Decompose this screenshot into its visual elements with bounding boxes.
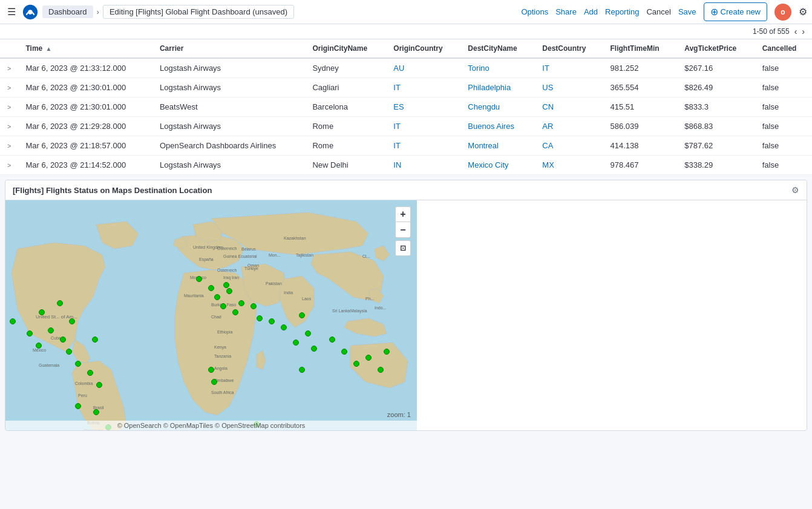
col-flight-time[interactable]: FlightTimeMin	[603, 39, 677, 58]
cancel-button[interactable]: Cancel	[646, 7, 670, 16]
map-label-sa: South Africa	[211, 390, 234, 395]
topbar-left: ☰ Dashboard › Editing [Flights] Global F…	[5, 4, 294, 21]
cell-dest-country: AR	[535, 117, 603, 136]
map-dot	[48, 327, 54, 333]
cell-origin-city: Cagliari	[305, 78, 386, 97]
world-map-svg: United St... of Am... México Cuba Guatem…	[5, 200, 417, 430]
col-avg-price[interactable]: AvgTicketPrice	[677, 39, 755, 58]
map-dot	[281, 324, 287, 330]
col-carrier[interactable]: Carrier	[152, 39, 305, 58]
cell-origin-city: Rome	[305, 136, 386, 156]
map-dot	[232, 309, 238, 315]
col-dest-city[interactable]: DestCityName	[460, 39, 535, 58]
map-dot	[384, 349, 390, 355]
map-dot	[196, 276, 202, 282]
map-label-colombia: Colombia	[75, 381, 93, 386]
cell-cancelled: false	[755, 78, 812, 97]
expand-button[interactable]: >	[7, 65, 11, 72]
map-dot	[96, 382, 102, 388]
reporting-button[interactable]: Reporting	[605, 7, 639, 16]
map-zoom-in-button[interactable]: +	[395, 206, 411, 222]
map-label-mexico: México	[33, 348, 46, 352]
map-label-kenya: Kenya	[214, 345, 226, 350]
map-dot	[299, 367, 305, 373]
cell-carrier: Logstash Airways	[152, 117, 305, 136]
map-label-pakistan: Pakistan	[266, 281, 282, 286]
map-dot	[66, 349, 72, 355]
table-row: > Mar 6, 2023 @ 21:18:57.000 OpenSearch …	[0, 136, 812, 156]
map-label-oman: Oman	[247, 263, 259, 268]
table-body: > Mar 6, 2023 @ 21:33:12.000 Logstash Ai…	[0, 58, 812, 175]
col-origin-country[interactable]: OriginCountry	[386, 39, 460, 58]
cell-time: Mar 6, 2023 @ 21:33:12.000	[18, 58, 152, 78]
options-button[interactable]: Options	[521, 7, 548, 16]
map-label-eu-labels: Österreich	[217, 246, 237, 251]
create-new-button[interactable]: ⊕ Create new	[704, 2, 767, 21]
col-origin-city[interactable]: OriginCityName	[305, 39, 386, 58]
cell-flight-time: 415.51	[603, 97, 677, 117]
share-button[interactable]: Share	[555, 7, 577, 16]
cell-time: Mar 6, 2023 @ 21:30:01.000	[18, 97, 152, 117]
create-new-label: Create new	[721, 7, 761, 16]
map-zoom-label: zoom: 1	[387, 411, 411, 418]
cell-origin-country: IT	[386, 136, 460, 156]
add-button[interactable]: Add	[584, 7, 598, 16]
pagination-prev-button[interactable]: ‹	[794, 27, 797, 36]
breadcrumb-dashboard[interactable]: Dashboard	[42, 5, 93, 18]
map-dot	[329, 337, 335, 343]
map-dot	[39, 309, 45, 315]
expand-button[interactable]: >	[7, 142, 11, 149]
hamburger-icon: ☰	[7, 7, 16, 17]
col-time[interactable]: Time ▲	[18, 39, 152, 58]
map-dot	[93, 409, 99, 415]
cell-origin-city: New Delhi	[305, 156, 386, 175]
map-dot	[214, 294, 220, 300]
pagination-next-button[interactable]: ›	[802, 27, 805, 36]
map-dot	[27, 330, 33, 337]
map-label-tajikistan: Tajikistan	[296, 253, 313, 258]
cell-origin-country: AU	[386, 58, 460, 78]
cell-flight-time: 414.138	[603, 136, 677, 156]
map-dot	[208, 367, 214, 373]
map-reset-button[interactable]: ⊡	[395, 240, 411, 256]
cell-avg-price: $267.16	[677, 58, 755, 78]
map-header: [Flights] Flights Status on Maps Destina…	[5, 180, 807, 200]
pagination-bar: 1-50 of 555 ‹ ›	[0, 24, 812, 39]
map-section: [Flights] Flights Status on Maps Destina…	[5, 180, 807, 431]
hamburger-button[interactable]: ☰	[5, 4, 18, 20]
map-label-cl: Cl...	[362, 254, 370, 258]
breadcrumb-separator: ›	[97, 7, 99, 16]
cell-cancelled: false	[755, 97, 812, 117]
map-dot	[269, 318, 275, 324]
cell-carrier: Logstash Airways	[152, 78, 305, 97]
map-gear-button[interactable]: ⚙	[791, 185, 799, 195]
cell-time: Mar 6, 2023 @ 21:14:52.000	[18, 156, 152, 175]
map-dot	[36, 343, 42, 349]
map-dot	[220, 303, 226, 309]
cell-cancelled: false	[755, 136, 812, 156]
save-button[interactable]: Save	[678, 7, 696, 16]
map-dot	[299, 312, 305, 318]
cell-dest-country: US	[535, 78, 603, 97]
cell-flight-time: 978.467	[603, 156, 677, 175]
expand-button[interactable]: >	[7, 162, 11, 169]
map-dot	[311, 346, 317, 352]
cell-dest-country: CA	[535, 136, 603, 156]
settings-button[interactable]: ⚙	[799, 6, 807, 18]
col-cancelled[interactable]: Cancelled	[755, 39, 812, 58]
map-dot	[75, 403, 81, 409]
map-dot	[250, 303, 257, 309]
svg-point-1	[28, 10, 32, 14]
map-zoom-out-button[interactable]: −	[395, 222, 411, 238]
map-label-tanzania: Tanzania	[214, 354, 231, 358]
expand-button[interactable]: >	[7, 103, 11, 111]
cell-time: Mar 6, 2023 @ 21:18:57.000	[18, 136, 152, 156]
cell-origin-country: IN	[386, 156, 460, 175]
user-avatar[interactable]: o	[774, 4, 791, 21]
expand-button[interactable]: >	[7, 84, 11, 91]
table-row: > Mar 6, 2023 @ 21:14:52.000 Logstash Ai…	[0, 156, 812, 175]
expand-button[interactable]: >	[7, 123, 11, 130]
cell-carrier: BeatsWest	[152, 97, 305, 117]
col-dest-country[interactable]: DestCountry	[535, 39, 603, 58]
map-label-guinea: Guinea Ecuatorial	[223, 254, 257, 258]
